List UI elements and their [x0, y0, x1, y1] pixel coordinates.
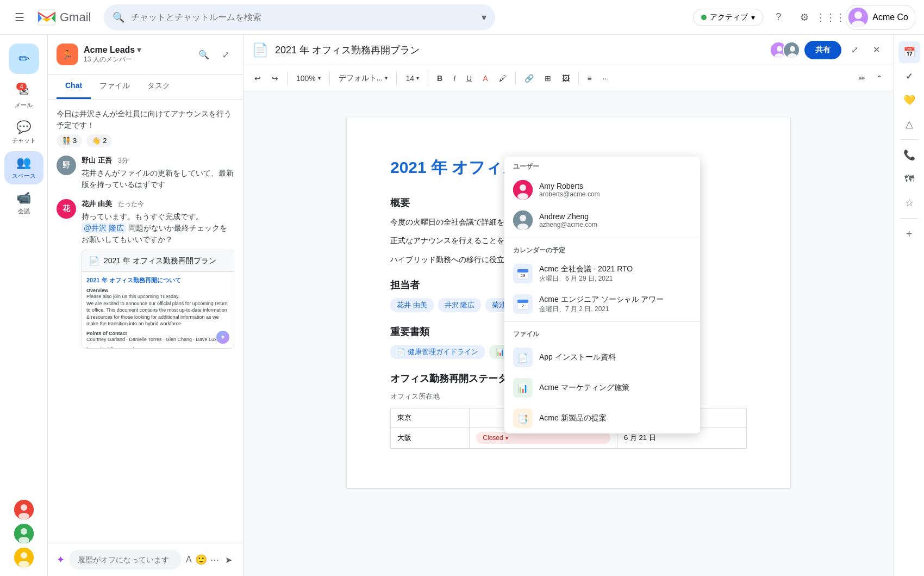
emoji-icon[interactable]: 🙂	[195, 554, 207, 566]
hamburger-button[interactable]: ☰	[9, 7, 30, 28]
chat-input-area: ✦ A 🙂 ⋯ ➤	[48, 543, 243, 576]
collapse-toolbar-button[interactable]: ⌃	[872, 72, 887, 85]
share-button[interactable]: 共有	[804, 41, 841, 59]
right-sidebar: 📅 ✓ 💛 △ 📞 🗺 ☆ +	[894, 35, 924, 576]
compose-button[interactable]: ✏	[9, 44, 39, 74]
tab-files[interactable]: ファイル	[91, 75, 139, 99]
compose-icon: ✏	[18, 51, 29, 66]
dropdown-file-3[interactable]: 📑 Acme 新製品の提案	[504, 403, 700, 433]
user-avatar-2[interactable]	[14, 524, 34, 543]
gear-icon: ⚙	[800, 11, 809, 23]
sidebar-drive-button[interactable]: △	[898, 113, 920, 135]
chat-room-dropdown-icon[interactable]: ▾	[137, 45, 141, 55]
reaction-2[interactable]: 👋 2	[86, 134, 112, 147]
apps-button[interactable]: ⋮⋮⋮	[820, 7, 841, 28]
edit-icon-button[interactable]: ✏	[854, 72, 870, 85]
system-message: 今日は井沢さんが全社員に向けてアナウンスを行う予定です！ 🧑‍🤝‍🧑 3 👋 2	[57, 108, 234, 147]
table-cell-tokyo: 東京	[391, 408, 470, 428]
search-input[interactable]	[131, 13, 475, 22]
insert-button[interactable]: ⊞	[540, 72, 555, 85]
maps-icon: 🗺	[904, 174, 914, 185]
sidebar-calendar-button[interactable]: 📅	[898, 41, 920, 63]
italic-button[interactable]: I	[449, 72, 460, 85]
settings-button[interactable]: ⚙	[794, 7, 815, 28]
sidebar-tasks-button[interactable]: ✓	[898, 65, 920, 87]
reaction-1[interactable]: 🧑‍🤝‍🧑 3	[57, 134, 82, 147]
doc-preview-card[interactable]: 📄 2021 年 オフィス勤務再開プラン 2021 年 オフィス勤務再開について…	[82, 250, 234, 349]
sidebar-phone-button[interactable]: 📞	[898, 144, 920, 166]
doc-tag-health[interactable]: 📄 健康管理ガイドライン	[390, 345, 485, 359]
hanai-sender-info: 花井 由美 たった今	[82, 199, 234, 209]
send-button[interactable]: ➤	[223, 550, 234, 569]
contact-tag-1[interactable]: 花井 由美	[390, 298, 434, 312]
mention-dropdown: ユーザー Amy Roberts aroberts@acme.com	[504, 157, 700, 433]
svg-point-18	[790, 46, 795, 52]
amy-email: aroberts@acme.com	[539, 190, 600, 198]
toolbar-right: ✏ ⌃	[854, 72, 887, 85]
sidebar-item-mail[interactable]: ✉ 4 メール	[4, 80, 43, 114]
dropdown-cal-2[interactable]: 2 Acme エンジニア ソーシャル アワー 金曜日、7 月 2 日, 2021	[504, 289, 700, 319]
active-status-button[interactable]: アクティブ ▾	[693, 9, 763, 26]
table-cell-osaka: 大阪	[391, 428, 470, 449]
zoom-selector[interactable]: 100% ▾	[292, 72, 325, 85]
more-options-icon[interactable]: ⋯	[210, 555, 219, 565]
font-size-selector[interactable]: 14 ▾	[401, 72, 423, 85]
redo-button[interactable]: ↪	[267, 72, 283, 85]
noyama-time: 3分	[118, 157, 128, 164]
doc-title-area: 📄 2021 年 オフィス勤務再開プラン	[252, 42, 767, 58]
user-avatar-3[interactable]	[14, 548, 34, 567]
underline-button[interactable]: U	[462, 72, 476, 85]
chat-tabs: Chat ファイル タスク	[48, 75, 243, 100]
doc-preview-title-text: 2021 年 オフィス勤務再開プラン	[104, 256, 216, 266]
help-button[interactable]: ?	[767, 7, 789, 28]
chat-search-button[interactable]: 🔍	[195, 46, 213, 63]
mention-izawa[interactable]: @井沢 隆広	[82, 223, 126, 233]
image-button[interactable]: 🖼	[558, 72, 574, 85]
link-button[interactable]: 🔗	[520, 72, 538, 85]
sidebar-maps-button[interactable]: 🗺	[898, 168, 920, 190]
svg-text:29: 29	[521, 273, 526, 278]
closed-status-badge[interactable]: Closed ▾	[476, 432, 610, 444]
text-color-button[interactable]: A	[478, 72, 492, 85]
undo-button[interactable]: ↩	[250, 72, 265, 85]
open-external-button[interactable]: ⤢	[846, 41, 863, 59]
sidebar-keep-button[interactable]: 💛	[898, 89, 920, 111]
tab-chat[interactable]: Chat	[57, 75, 91, 99]
contact-tag-2[interactable]: 井沢 隆広	[438, 298, 482, 312]
bold-button[interactable]: B	[433, 72, 447, 85]
chat-expand-button[interactable]: ⤢	[217, 46, 234, 63]
more-options-button[interactable]: ···	[598, 72, 614, 85]
meet-label: 会議	[18, 207, 30, 215]
dropdown-user-andrew[interactable]: Andrew Zheng azheng@acme.com	[504, 205, 700, 236]
sidebar-item-chat[interactable]: 💬 チャット	[4, 116, 43, 149]
dropdown-divider-2	[504, 321, 700, 322]
user-avatar-1[interactable]	[14, 500, 34, 519]
cal-icon-1: 29	[513, 264, 533, 283]
avatar	[848, 8, 868, 27]
chat-room-info: Acme Leads ▾ 13 人のメンバー	[84, 45, 141, 64]
tab-tasks[interactable]: タスク	[139, 75, 179, 99]
dropdown-cal-1[interactable]: 29 Acme 全社会議 - 2021 RTO 火曜日、6 月 29 日, 20…	[504, 258, 700, 289]
account-button[interactable]: Acme Co	[846, 5, 915, 30]
sidebar-item-spaces[interactable]: 👥 スペース	[4, 151, 43, 184]
sidebar-item-meet[interactable]: 📹 会議	[4, 187, 43, 220]
font-style-selector[interactable]: デフォルト... ▾	[334, 71, 392, 85]
dropdown-file-1[interactable]: 📄 App インストール資料	[504, 342, 700, 373]
file-3-info: Acme 新製品の提案	[539, 413, 607, 423]
cal-1-date: 火曜日、6 月 29 日, 2021	[539, 274, 633, 283]
sidebar-star-button[interactable]: ☆	[898, 192, 920, 214]
align-button[interactable]: ≡	[583, 72, 596, 85]
dropdown-file-2[interactable]: 📊 Acme マーケティング施策	[504, 373, 700, 403]
highlight-button[interactable]: 🖊	[495, 72, 511, 85]
doc-toolbar: ↩ ↪ 100% ▾ デフォルト... ▾ 14 ▾ B I U A 🖊 🔗 ⊞…	[244, 65, 894, 91]
search-bar[interactable]: 🔍 ▾	[104, 4, 495, 30]
chat-input[interactable]	[69, 550, 182, 569]
dropdown-user-amy[interactable]: Amy Roberts aroberts@acme.com	[504, 175, 700, 205]
search-dropdown-icon[interactable]: ▾	[482, 11, 486, 23]
svg-point-21	[520, 184, 526, 191]
text-format-icon[interactable]: A	[186, 555, 192, 565]
sidebar-add-button[interactable]: +	[898, 223, 920, 245]
svg-point-7	[21, 528, 27, 535]
close-doc-button[interactable]: ✕	[867, 41, 885, 59]
reaction-1-count: 3	[73, 137, 77, 145]
